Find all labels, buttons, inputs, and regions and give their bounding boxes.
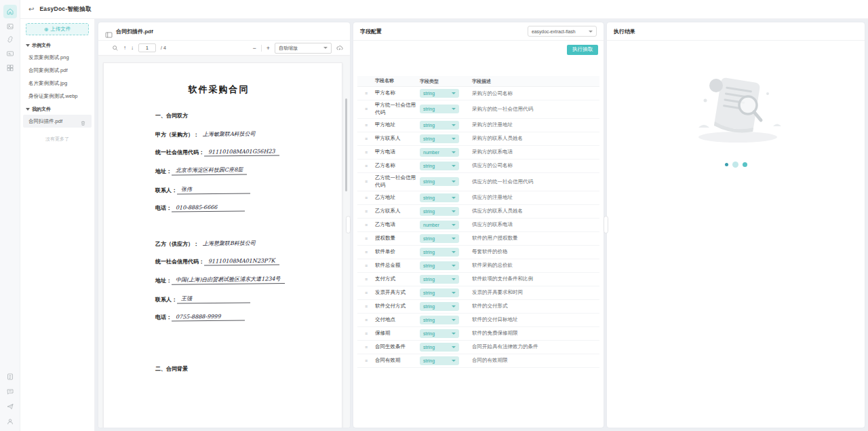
drag-handle-icon[interactable] — [365, 179, 368, 184]
field-name-cell[interactable]: 甲方统一社会信用代码 — [375, 102, 420, 117]
example-file-item[interactable]: 合同案例测试.pdf — [20, 64, 94, 77]
field-desc-cell[interactable]: 采购方的注册地址 — [472, 121, 599, 128]
panel-resize-handle[interactable] — [346, 216, 351, 233]
field-name-cell[interactable]: 甲方地址 — [375, 121, 420, 129]
field-desc-cell[interactable]: 供应方的联系电话 — [472, 221, 599, 228]
field-desc-cell[interactable]: 软件采购的总价款 — [472, 262, 599, 269]
panel-resize-handle[interactable] — [604, 216, 608, 233]
page-down-icon[interactable]: ↓ — [131, 45, 134, 51]
field-name-cell[interactable]: 交付地点 — [375, 316, 420, 324]
field-name-cell[interactable]: 合同生效条件 — [375, 343, 420, 351]
field-type-select[interactable]: string — [420, 162, 459, 170]
field-name-cell[interactable]: 乙方名称 — [375, 162, 420, 170]
drag-handle-icon[interactable] — [365, 209, 368, 214]
drag-handle-icon[interactable] — [365, 263, 368, 268]
field-type-select[interactable]: string — [420, 121, 459, 130]
field-type-select[interactable]: string — [420, 288, 459, 297]
my-file-item-selected[interactable]: 合同扫描件.pdf — [23, 115, 92, 128]
model-select[interactable]: easydoc-extract-flash — [528, 26, 597, 37]
send-icon[interactable] — [3, 400, 17, 413]
carousel-dot[interactable] — [743, 162, 747, 167]
field-type-select[interactable]: string — [420, 234, 459, 243]
grid-icon[interactable] — [3, 61, 17, 75]
drag-handle-icon[interactable] — [365, 136, 368, 141]
field-type-select[interactable]: number — [420, 221, 459, 229]
sidebar-toggle-icon[interactable] — [105, 29, 113, 35]
field-desc-cell[interactable]: 采购方的统一社会信用代码 — [472, 106, 599, 113]
field-name-cell[interactable]: 甲方联系人 — [375, 135, 420, 143]
field-desc-cell[interactable]: 发票的开具要求和时间 — [472, 289, 599, 296]
drag-handle-icon[interactable] — [365, 358, 368, 363]
field-desc-cell[interactable]: 供应方的注册地址 — [472, 194, 599, 201]
search-icon[interactable] — [112, 45, 119, 52]
field-type-select[interactable]: string — [420, 329, 459, 338]
drag-handle-icon[interactable] — [365, 250, 368, 255]
user-icon[interactable] — [3, 415, 17, 428]
run-extraction-button[interactable]: 执行抽取 — [567, 45, 598, 55]
field-name-cell[interactable]: 乙方统一社会信用代码 — [375, 174, 420, 189]
field-desc-cell[interactable]: 合同开始具有法律效力的条件 — [472, 343, 599, 350]
field-name-cell[interactable]: 软件总金额 — [375, 262, 420, 269]
field-name-cell[interactable]: 授权数量 — [375, 235, 420, 242]
field-name-cell[interactable]: 软件交付方式 — [375, 303, 420, 310]
field-type-select[interactable]: string — [420, 177, 459, 186]
field-desc-cell[interactable]: 采购方的公司名称 — [472, 90, 599, 97]
field-desc-cell[interactable]: 软件的免费保修期限 — [472, 330, 599, 337]
drag-handle-icon[interactable] — [365, 123, 368, 128]
drag-handle-icon[interactable] — [365, 164, 368, 168]
example-file-item[interactable]: 发票案例测试.png — [20, 51, 94, 64]
example-file-item[interactable]: 身份证案例测试.webp — [20, 90, 94, 102]
field-name-cell[interactable]: 乙方联系人 — [375, 208, 420, 215]
cloud-download-icon[interactable] — [336, 45, 343, 52]
field-desc-cell[interactable]: 采购方的联系人员姓名 — [472, 135, 599, 142]
field-type-select[interactable]: string — [420, 343, 459, 352]
field-type-select[interactable]: string — [420, 207, 459, 216]
field-desc-cell[interactable]: 采购方的联系电话 — [472, 149, 599, 155]
field-desc-cell[interactable]: 每套软件的价格 — [472, 248, 599, 255]
zoom-in-icon[interactable] — [267, 45, 270, 52]
carousel-dot[interactable] — [732, 162, 738, 168]
drag-handle-icon[interactable] — [365, 91, 368, 96]
drag-handle-icon[interactable] — [365, 277, 368, 282]
drag-handle-icon[interactable] — [365, 150, 368, 155]
field-name-cell[interactable]: 合同有效期 — [375, 357, 420, 364]
field-type-select[interactable]: number — [420, 148, 459, 157]
field-type-select[interactable]: string — [420, 89, 459, 98]
carousel-dot[interactable] — [725, 163, 728, 166]
page-up-icon[interactable]: ↑ — [123, 45, 126, 51]
drag-handle-icon[interactable] — [365, 236, 368, 241]
drag-handle-icon[interactable] — [365, 345, 368, 350]
field-desc-cell[interactable]: 软件的交付目标地址 — [472, 316, 599, 323]
zoom-out-icon[interactable] — [252, 45, 256, 52]
field-name-cell[interactable]: 甲方名称 — [375, 90, 420, 97]
field-desc-cell[interactable]: 供应方的公司名称 — [472, 162, 599, 169]
home-icon[interactable] — [3, 5, 17, 18]
my-files-section[interactable]: 我的文件 — [20, 102, 94, 115]
drag-handle-icon[interactable] — [365, 195, 368, 200]
field-type-select[interactable]: string — [420, 356, 459, 365]
field-desc-cell[interactable]: 合同的有效期限 — [472, 357, 599, 364]
field-desc-cell[interactable]: 软件的用户授权数量 — [472, 235, 599, 242]
back-icon[interactable] — [28, 5, 34, 13]
field-name-cell[interactable]: 发票开具方式 — [375, 289, 420, 297]
field-type-select[interactable]: string — [420, 275, 459, 284]
card-icon[interactable] — [3, 47, 17, 60]
drag-handle-icon[interactable] — [365, 318, 368, 322]
field-desc-cell[interactable]: 供应方的联系人员姓名 — [472, 208, 599, 214]
example-file-item[interactable]: 名片案例测试.jpg — [20, 77, 94, 90]
page-number-input[interactable] — [138, 43, 156, 52]
field-desc-cell[interactable]: 供应方的统一社会信用代码 — [472, 179, 599, 185]
field-type-select[interactable]: string — [420, 261, 459, 270]
field-type-select[interactable]: string — [420, 105, 459, 113]
chat-icon[interactable] — [3, 385, 17, 398]
example-files-section[interactable]: 示例文件 — [20, 39, 94, 51]
field-type-select[interactable]: string — [420, 134, 459, 143]
field-name-cell[interactable]: 乙方电话 — [375, 221, 420, 229]
document-icon[interactable] — [3, 370, 17, 383]
field-desc-cell[interactable]: 软件的交付形式 — [472, 303, 599, 310]
field-name-cell[interactable]: 软件单价 — [375, 248, 420, 256]
drag-handle-icon[interactable] — [365, 331, 368, 336]
link-icon[interactable] — [3, 33, 17, 46]
drag-handle-icon[interactable] — [365, 107, 368, 111]
drag-handle-icon[interactable] — [365, 291, 368, 295]
